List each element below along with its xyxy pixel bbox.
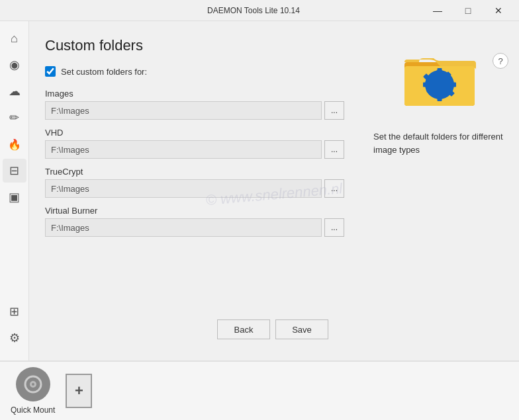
truecrypt-input[interactable] bbox=[45, 179, 322, 198]
add-image-item[interactable]: + bbox=[66, 374, 92, 408]
field-row-images: ... bbox=[45, 101, 344, 120]
page-title: Custom folders bbox=[45, 37, 344, 54]
checkbox-row: Set custom folders for: bbox=[45, 66, 344, 77]
right-content: Set the default folders for different im… bbox=[360, 21, 519, 360]
quick-mount-circle bbox=[16, 367, 50, 401]
vhd-input[interactable] bbox=[45, 140, 322, 159]
sidebar-item-add[interactable]: ⊞ bbox=[3, 300, 26, 323]
left-content: Custom folders Set custom folders for: I… bbox=[29, 21, 360, 360]
help-icon[interactable]: ? bbox=[493, 53, 508, 69]
field-group-images: Images ... bbox=[45, 89, 344, 120]
field-label-virtual-burner: Virtual Burner bbox=[45, 206, 344, 216]
field-label-truecrypt: TrueCrypt bbox=[45, 167, 344, 177]
bottom-toolbar: Quick Mount + bbox=[0, 360, 519, 420]
sidebar-item-edit[interactable]: ✏ bbox=[3, 106, 26, 130]
field-group-vhd: VHD ... bbox=[45, 128, 344, 159]
content-wrapper: ? Custom folders Set custom folders for:… bbox=[29, 21, 519, 360]
field-label-images: Images bbox=[45, 89, 344, 99]
description-text: Set the default folders for different im… bbox=[373, 130, 506, 156]
sidebar-item-images[interactable]: ⊟ bbox=[3, 159, 26, 183]
images-input[interactable] bbox=[45, 101, 322, 120]
sidebar-item-settings[interactable]: ⚙ bbox=[3, 326, 26, 350]
field-row-truecrypt: ... bbox=[45, 179, 344, 198]
virtual-burner-input[interactable] bbox=[45, 218, 322, 237]
titlebar-controls: — □ ✕ bbox=[422, 0, 514, 21]
sidebar-item-virtual[interactable]: ▣ bbox=[3, 185, 26, 209]
field-row-virtual-burner: ... bbox=[45, 218, 344, 237]
folder-icon bbox=[403, 50, 476, 110]
quick-mount-item[interactable]: Quick Mount bbox=[11, 367, 55, 415]
sidebar-item-home[interactable]: ⌂ bbox=[3, 26, 26, 50]
add-image-icon: + bbox=[75, 382, 83, 399]
titlebar: DAEMON Tools Lite 10.14 — □ ✕ bbox=[0, 0, 519, 21]
main-panel: Custom folders Set custom folders for: I… bbox=[29, 21, 519, 360]
images-browse-button[interactable]: ... bbox=[324, 101, 344, 120]
sidebar-item-burn[interactable]: 🔥 bbox=[3, 132, 26, 156]
vhd-browse-button[interactable]: ... bbox=[324, 140, 344, 159]
close-button[interactable]: ✕ bbox=[483, 0, 514, 21]
field-group-virtual-burner: Virtual Burner ... bbox=[45, 206, 344, 237]
add-image-box: + bbox=[66, 374, 92, 408]
minimize-button[interactable]: — bbox=[422, 0, 453, 21]
sidebar: ⌂ ◉ ☁ ✏ 🔥 ⊟ ▣ ⊞ ⚙ bbox=[0, 21, 29, 360]
custom-folders-checkbox[interactable] bbox=[45, 66, 56, 77]
titlebar-title: DAEMON Tools Lite 10.14 bbox=[85, 6, 422, 15]
quick-mount-icon bbox=[24, 375, 42, 394]
save-button[interactable]: Save bbox=[275, 319, 328, 339]
quick-mount-label: Quick Mount bbox=[11, 405, 55, 415]
truecrypt-browse-button[interactable]: ... bbox=[324, 179, 344, 198]
checkbox-label: Set custom folders for: bbox=[61, 67, 147, 77]
action-bar: Back Save bbox=[45, 312, 344, 350]
sidebar-item-disc[interactable]: ◉ bbox=[3, 53, 26, 77]
sidebar-item-cloud[interactable]: ☁ bbox=[3, 79, 26, 103]
svg-point-17 bbox=[32, 383, 34, 386]
sidebar-bottom: ⊞ ⚙ bbox=[3, 300, 26, 355]
field-row-vhd: ... bbox=[45, 140, 344, 159]
back-button[interactable]: Back bbox=[217, 319, 270, 339]
field-group-truecrypt: TrueCrypt ... bbox=[45, 167, 344, 198]
app-body: ⌂ ◉ ☁ ✏ 🔥 ⊟ ▣ ⊞ ⚙ ? Custom folders Set c… bbox=[0, 21, 519, 360]
virtual-burner-browse-button[interactable]: ... bbox=[324, 218, 344, 237]
folder-icon-wrapper bbox=[403, 50, 476, 112]
field-label-vhd: VHD bbox=[45, 128, 344, 138]
maximize-button[interactable]: □ bbox=[453, 0, 483, 21]
